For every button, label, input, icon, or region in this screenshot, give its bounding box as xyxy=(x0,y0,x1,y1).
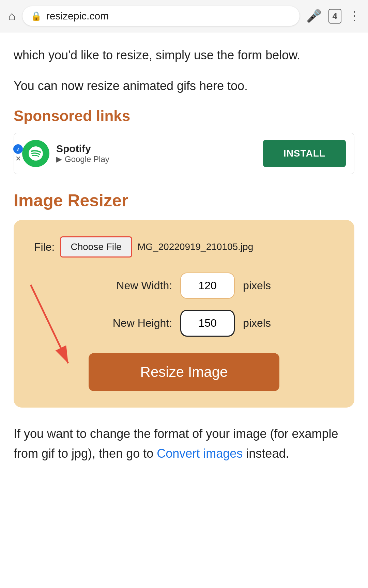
close-icon[interactable]: ✕ xyxy=(15,155,21,163)
ad-app-info: Spotify ▶ Google Play xyxy=(56,143,109,164)
play-store-icon: ▶ xyxy=(56,155,62,164)
width-row: New Width: pixels xyxy=(34,273,334,299)
sponsored-heading: Sponsored links xyxy=(14,107,354,124)
ad-store: ▶ Google Play xyxy=(56,155,109,164)
resize-image-button[interactable]: Resize Image xyxy=(89,353,279,391)
file-row: File: Choose File MG_20220919_210105.jpg xyxy=(34,236,334,258)
resize-btn-row: Resize Image xyxy=(34,353,334,391)
spotify-logo xyxy=(22,140,49,167)
ad-info-badge: i ✕ xyxy=(13,144,23,163)
choose-file-button[interactable]: Choose File xyxy=(60,236,132,258)
footer-text-2: instead. xyxy=(243,446,289,460)
ad-app-name: Spotify xyxy=(56,143,109,155)
info-icon: i xyxy=(13,144,23,154)
sponsored-section: Sponsored links i ✕ Spotify ▶ Google Pla… xyxy=(14,107,354,174)
tab-count[interactable]: 4 xyxy=(328,9,341,24)
mic-icon[interactable]: 🎤 xyxy=(306,9,322,23)
height-input[interactable] xyxy=(180,310,235,337)
page-content: which you'd like to resize, simply use t… xyxy=(0,32,368,408)
intro-text-2: You can now resize animated gifs here to… xyxy=(14,77,354,95)
ad-banner: i ✕ Spotify ▶ Google Play INSTALL xyxy=(14,133,354,174)
intro-text-1: which you'd like to resize, simply use t… xyxy=(14,46,354,64)
home-icon[interactable]: ⌂ xyxy=(8,9,16,23)
convert-images-link[interactable]: Convert images xyxy=(157,446,243,460)
file-label: File: xyxy=(34,241,55,253)
install-button[interactable]: INSTALL xyxy=(263,140,346,167)
width-input[interactable] xyxy=(180,273,235,299)
resizer-form: File: Choose File MG_20220919_210105.jpg… xyxy=(14,220,354,408)
height-label: New Height: xyxy=(97,317,172,329)
footer-section: If you want to change the format of your… xyxy=(0,424,368,477)
width-unit: pixels xyxy=(243,279,271,292)
ad-left: Spotify ▶ Google Play xyxy=(22,140,109,167)
height-unit: pixels xyxy=(243,317,271,329)
store-name: Google Play xyxy=(65,155,109,164)
menu-icon[interactable]: ⋮ xyxy=(348,9,360,23)
file-name: MG_20220919_210105.jpg xyxy=(138,241,253,252)
url-text: resizepic.com xyxy=(46,10,109,22)
section-heading: Image Resizer xyxy=(14,191,354,210)
lock-icon: 🔒 xyxy=(31,11,42,21)
browser-chrome: ⌂ 🔒 resizepic.com 🎤 4 ⋮ xyxy=(0,0,368,32)
height-row: New Height: pixels xyxy=(34,310,334,337)
width-label: New Width: xyxy=(97,279,172,292)
address-bar[interactable]: 🔒 resizepic.com xyxy=(22,6,300,26)
